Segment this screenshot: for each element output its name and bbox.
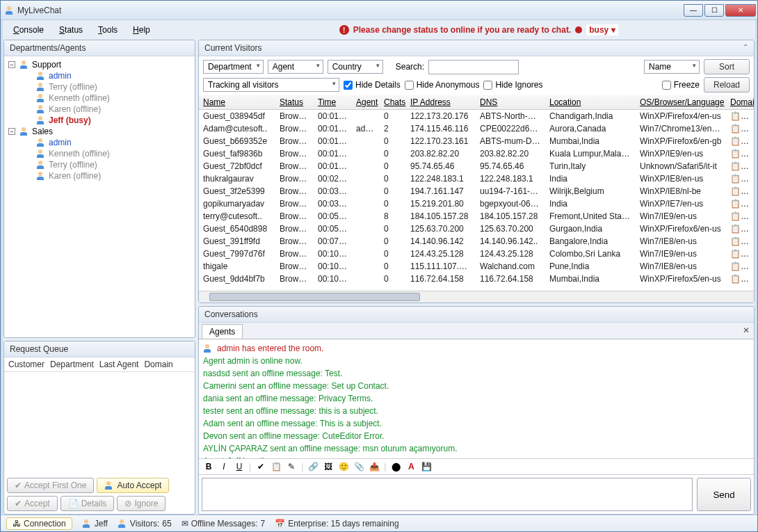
connection-status[interactable]: 🖧 Connection (6, 517, 72, 530)
expander-icon[interactable]: − (8, 128, 15, 135)
table-row[interactable]: gopikumaryadavBrowsing00:03:49015.219.20… (199, 198, 754, 210)
tree-agent[interactable]: admin (6, 70, 193, 81)
tree-agent[interactable]: Karen (offline) (6, 170, 193, 182)
col-chats[interactable]: Chats (380, 95, 406, 110)
tree-agent[interactable]: Terry (offline) (6, 159, 193, 170)
agent-icon (36, 72, 46, 80)
col-dns[interactable]: DNS (476, 95, 545, 110)
chat-message: admin has entered the room. (217, 342, 323, 355)
menu-tools[interactable]: Tools (91, 22, 124, 38)
table-row[interactable]: Guest_038945dfBrowsing00:01:210122.173.2… (199, 110, 754, 123)
reload-button[interactable]: Reload (704, 77, 750, 92)
accept-button[interactable]: ✔ Accept (7, 496, 58, 511)
send-button[interactable]: Send (697, 478, 751, 511)
horizontal-scrollbar[interactable] (199, 291, 754, 303)
tracking-filter[interactable]: Tracking all visitors (203, 78, 339, 92)
hide-ignores-check[interactable]: Hide Ignores (483, 80, 542, 90)
table-row[interactable]: Guest_6540d898Browsing00:05:180125.63.70… (199, 223, 754, 235)
tree-agent[interactable]: admin (6, 137, 193, 148)
queue-col-department[interactable]: Department (50, 360, 94, 369)
status-dropdown[interactable]: busy ▾ (586, 24, 618, 35)
freeze-check[interactable]: Freeze (662, 80, 700, 90)
sort-field[interactable]: Name (644, 60, 700, 74)
message-input[interactable] (202, 478, 693, 511)
col-time[interactable]: Time (314, 95, 352, 110)
table-row[interactable]: Guest_7997d76fBrowsing00:10:070124.43.25… (199, 248, 754, 260)
table-row[interactable]: Guest_faf9836bBrowsing00:01:460203.82.82… (199, 147, 754, 160)
conversation-tab[interactable]: Agents (202, 324, 243, 339)
col-ip[interactable]: IP Address (406, 95, 476, 110)
image-icon[interactable]: 🖼 (323, 461, 334, 472)
table-row[interactable]: thigaleBrowsing00:10:070115.111.107.170W… (199, 260, 754, 273)
tree-group-sales[interactable]: −Sales (6, 126, 193, 137)
table-row[interactable]: thukralgauravBrowsing00:02:550122.248.18… (199, 172, 754, 185)
menu-help[interactable]: Help (126, 22, 157, 38)
italic-icon[interactable]: I (218, 461, 229, 472)
offline-messages: ✉ Offline Messages: 7 (182, 519, 266, 529)
department-filter[interactable]: Department (203, 60, 264, 74)
close-button[interactable]: ✕ (725, 4, 756, 17)
col-name[interactable]: Name (199, 95, 275, 110)
link-icon[interactable]: 🔗 (307, 461, 318, 472)
table-row[interactable]: Guest_3f2e5399Browsing00:03:210194.7.161… (199, 185, 754, 198)
attach-icon[interactable]: 📎 (353, 461, 364, 472)
sort-button[interactable]: Sort (704, 59, 750, 74)
table-row[interactable]: terry@cutesoft..Browsing00:05:028184.105… (199, 210, 754, 223)
agent-icon (36, 94, 46, 102)
departments-panel-title: Departments/Agents (4, 40, 195, 56)
bold-icon[interactable]: B (203, 461, 214, 472)
tree-agent[interactable]: Terry (offline) (6, 81, 193, 92)
col-agent[interactable]: Agent (352, 95, 380, 110)
table-row[interactable]: Guest_391ff9fdBrowsing00:07:26014.140.96… (199, 235, 754, 248)
chat-message: AYLİN ÇAPARAZ sent an offline message: m… (203, 442, 750, 455)
tree-agent[interactable]: Kenneth (offline) (6, 148, 193, 159)
queue-col-last-agent[interactable]: Last Agent (99, 360, 139, 369)
country-filter[interactable]: Country (328, 60, 383, 74)
spellcheck-icon[interactable]: ✔ (255, 461, 266, 472)
agent-tree[interactable]: −SupportadminTerry (offline)Kenneth (off… (4, 56, 195, 337)
clear-icon[interactable]: ✎ (286, 461, 297, 472)
tree-agent[interactable]: Kenneth (offline) (6, 92, 193, 104)
expander-icon[interactable]: − (8, 61, 15, 68)
underline-icon[interactable]: U (234, 461, 245, 472)
visitors-table[interactable]: Name Status Time Agent Chats IP Address … (199, 95, 754, 285)
save-icon[interactable]: 💾 (421, 461, 432, 472)
table-row[interactable]: Guest_9dd4bf7bBrowsing00:10:480116.72.64… (199, 273, 754, 285)
tree-agent[interactable]: Karen (offline) (6, 104, 193, 115)
table-row[interactable]: Guest_b669352eBrowsing00:01:360122.170.2… (199, 135, 754, 147)
table-row[interactable]: Adam@cutesoft..Browsing00:01:30admin2174… (199, 122, 754, 135)
ignore-button[interactable]: ⊘ Ignore (117, 496, 166, 511)
details-button[interactable]: 📄 Details (61, 496, 115, 511)
hide-anon-check[interactable]: Hide Anonymous (405, 80, 480, 90)
col-status[interactable]: Status (275, 95, 314, 110)
menu-console[interactable]: Console (6, 22, 51, 38)
font-icon[interactable]: A (405, 461, 417, 472)
tab-close-icon[interactable]: ✕ (743, 325, 750, 335)
color-icon[interactable]: ⬤ (390, 461, 401, 472)
maximize-button[interactable]: ☐ (704, 4, 724, 17)
collapse-icon[interactable]: ⌃ (743, 43, 748, 51)
queue-col-customer[interactable]: Customer (8, 360, 45, 369)
table-row[interactable]: Guest_72bf0dcfBrowsing00:01:47095.74.65.… (199, 160, 754, 172)
minimize-button[interactable]: — (684, 4, 703, 17)
conversation-log[interactable]: admin has entered the room. Agent admin … (199, 339, 754, 458)
paste-icon[interactable]: 📋 (271, 461, 282, 472)
auto-accept-button[interactable]: Auto Accept (97, 478, 169, 493)
chat-message: tester sent an offline message: this is … (203, 405, 750, 417)
accept-first-button[interactable]: ✔ Accept First One (7, 478, 94, 493)
queue-col-domain[interactable]: Domain (144, 360, 172, 369)
hide-details-check[interactable]: Hide Details (344, 80, 401, 90)
chat-message: Devon sent an offline message: CuteEdito… (203, 430, 750, 442)
col-location[interactable]: Location (545, 95, 636, 110)
col-os[interactable]: OS/Browser/Language (636, 95, 726, 110)
search-input[interactable] (428, 60, 519, 74)
tree-group-support[interactable]: −Support (6, 59, 193, 70)
person-icon (203, 344, 213, 353)
warning-icon: ! (339, 25, 349, 35)
menu-status[interactable]: Status (52, 22, 90, 38)
tree-agent[interactable]: Jeff (busy) (6, 115, 193, 126)
emoji-icon[interactable]: 🙂 (338, 461, 349, 472)
col-domain[interactable]: Domain (726, 95, 754, 110)
send-file-icon[interactable]: 📤 (369, 461, 380, 472)
agent-filter[interactable]: Agent (268, 60, 323, 74)
